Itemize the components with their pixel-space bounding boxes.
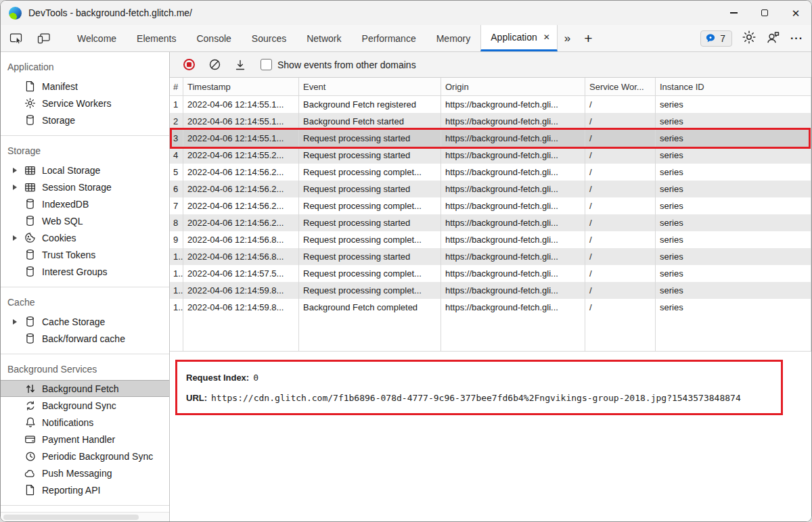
column-header-num[interactable]: #	[170, 78, 183, 96]
column-header-event[interactable]: Event	[299, 78, 441, 96]
section-header-application: Application	[1, 56, 169, 78]
sidebar-item-web-sql[interactable]: Web SQL	[1, 212, 169, 229]
minimize-button[interactable]	[718, 1, 749, 25]
sidebar-item-background-sync[interactable]: Background Sync	[1, 397, 169, 414]
sidebar-item-cache-storage[interactable]: Cache Storage	[1, 313, 169, 330]
event-row[interactable]: 1..2022-04-06 12:14:59.8...Request proce…	[170, 282, 811, 299]
save-events-button[interactable]	[231, 55, 250, 74]
event-row[interactable]: 1..2022-04-06 12:14:56.8...Request proce…	[170, 248, 811, 265]
tab-memory[interactable]: Memory	[426, 25, 481, 51]
section-header-storage: Storage	[1, 140, 169, 162]
event-row[interactable]: 72022-04-06 12:14:56.2...Request process…	[170, 197, 811, 214]
event-row[interactable]: 42022-04-06 12:14:55.2...Request process…	[170, 147, 811, 164]
issues-counter-button[interactable]: 7	[700, 30, 732, 47]
sidebar-item-notifications[interactable]: Notifications	[1, 414, 169, 431]
expand-arrow-icon[interactable]	[13, 168, 17, 173]
record-icon	[183, 59, 195, 70]
expand-arrow-icon[interactable]	[13, 235, 17, 241]
sidebar-item-push-messaging[interactable]: Push Messaging	[1, 465, 169, 481]
sidebar-item-background-fetch[interactable]: Background Fetch	[1, 380, 169, 397]
more-options-button[interactable]: ···	[790, 32, 803, 45]
tab-console[interactable]: Console	[186, 25, 241, 51]
url-label: URL:	[186, 393, 207, 403]
sidebar-item-periodic-background-sync[interactable]: Periodic Background Sync	[1, 448, 169, 465]
tab-application[interactable]: Application ✕	[480, 25, 558, 51]
tab-elements[interactable]: Elements	[127, 25, 186, 51]
sidebar-horizontal-scrollbar[interactable]	[1, 512, 169, 521]
add-tab-button[interactable]: +	[577, 25, 599, 51]
expand-arrow-icon[interactable]	[13, 319, 17, 325]
show-events-checkbox-group: Show events from other domains	[261, 59, 416, 70]
event-details-pane: Request Index:0 URL:https://cdn.glitch.c…	[170, 352, 811, 521]
section-background-services: Background Services Background Fetch Bac…	[1, 354, 169, 506]
window-controls: ✕	[718, 1, 811, 25]
close-icon: ✕	[792, 8, 800, 18]
ellipsis-icon: ···	[790, 32, 803, 44]
record-button[interactable]	[179, 55, 198, 74]
event-row[interactable]: 52022-04-06 12:14:56.2...Request process…	[170, 164, 811, 181]
application-sidebar: Application Manifest Service Workers	[1, 52, 170, 521]
device-emulation-icon	[37, 32, 51, 45]
event-row[interactable]: 12022-04-06 12:14:55.1...Background Fetc…	[170, 96, 811, 113]
edge-logo-icon	[9, 7, 22, 20]
column-header-service-worker[interactable]: Service Wor...	[585, 78, 656, 96]
sidebar-item-storage[interactable]: Storage	[1, 112, 169, 128]
table-icon	[24, 181, 36, 193]
event-row[interactable]: 92022-04-06 12:14:56.8...Request process…	[170, 231, 811, 248]
database-icon	[24, 333, 36, 344]
event-row[interactable]: 82022-04-06 12:14:56.2...Request process…	[170, 214, 811, 231]
event-row[interactable]: 1..2022-04-06 12:14:57.5...Request proce…	[170, 265, 811, 282]
sidebar-item-back-forward-cache[interactable]: Back/forward cache	[1, 330, 169, 347]
show-events-checkbox-label[interactable]: Show events from other domains	[277, 60, 416, 70]
sidebar-item-indexeddb[interactable]: IndexedDB	[1, 195, 169, 212]
events-toolbar: Show events from other domains	[170, 52, 811, 78]
bell-icon	[24, 417, 36, 428]
close-button[interactable]: ✕	[780, 1, 811, 25]
gear-icon	[24, 97, 36, 109]
url-value: https://cdn.glitch.com/7f1b6896-078d-477…	[211, 393, 741, 403]
scrollbar-thumb[interactable]	[3, 515, 139, 520]
sidebar-item-cookies[interactable]: Cookies	[1, 229, 169, 246]
column-header-origin[interactable]: Origin	[441, 78, 585, 96]
cookie-icon	[24, 232, 36, 243]
column-header-timestamp[interactable]: Timestamp	[183, 78, 299, 96]
tab-performance[interactable]: Performance	[352, 25, 426, 51]
tab-network[interactable]: Network	[296, 25, 351, 51]
tab-sources[interactable]: Sources	[242, 25, 296, 51]
expand-arrow-icon[interactable]	[13, 185, 17, 190]
sidebar-item-reporting-api[interactable]: Reporting API	[1, 481, 169, 498]
download-icon	[234, 59, 246, 71]
event-row-selected[interactable]: 32022-04-06 12:14:55.1...Request process…	[170, 130, 811, 147]
sidebar-item-session-storage[interactable]: Session Storage	[1, 179, 169, 195]
event-row[interactable]: 1..2022-04-06 12:14:59.8...Background Fe…	[170, 299, 811, 316]
inspect-cursor-icon	[9, 32, 24, 45]
event-row[interactable]: 22022-04-06 12:14:55.1...Background Fetc…	[170, 113, 811, 130]
settings-button[interactable]	[742, 30, 757, 47]
tab-close-icon[interactable]: ✕	[543, 32, 550, 42]
more-tabs-button[interactable]: »	[558, 25, 577, 51]
maximize-button[interactable]	[749, 1, 780, 25]
events-table: # Timestamp Event Origin Service Wor... …	[170, 78, 811, 352]
sidebar-item-interest-groups[interactable]: Interest Groups	[1, 263, 169, 280]
sidebar-item-service-workers[interactable]: Service Workers	[1, 95, 169, 112]
sidebar-item-payment-handler[interactable]: Payment Handler	[1, 431, 169, 448]
inspect-element-button[interactable]	[5, 25, 28, 51]
minimize-icon	[730, 12, 738, 13]
column-header-instance-id[interactable]: Instance ID	[656, 78, 811, 96]
section-application: Application Manifest Service Workers	[1, 52, 169, 136]
devtools-window: DevTools - background-fetch.glitch.me/ ✕…	[0, 0, 812, 522]
event-row[interactable]: 62022-04-06 12:14:56.2...Request process…	[170, 181, 811, 197]
sidebar-item-local-storage[interactable]: Local Storage	[1, 162, 169, 179]
sidebar-item-manifest[interactable]: Manifest	[1, 78, 169, 95]
section-cache: Cache Cache Storage Back/forward cache	[1, 287, 169, 354]
tab-welcome[interactable]: Welcome	[67, 25, 127, 51]
show-events-checkbox[interactable]	[261, 59, 272, 70]
device-toolbar-button[interactable]	[32, 25, 55, 51]
request-index-label: Request Index:	[186, 373, 249, 383]
clear-button[interactable]	[205, 55, 224, 74]
feedback-button[interactable]	[766, 30, 781, 47]
database-icon	[24, 215, 36, 227]
request-index-line: Request Index:0	[186, 371, 772, 383]
sidebar-item-trust-tokens[interactable]: Trust Tokens	[1, 246, 169, 263]
issues-bubble-icon	[705, 33, 716, 43]
